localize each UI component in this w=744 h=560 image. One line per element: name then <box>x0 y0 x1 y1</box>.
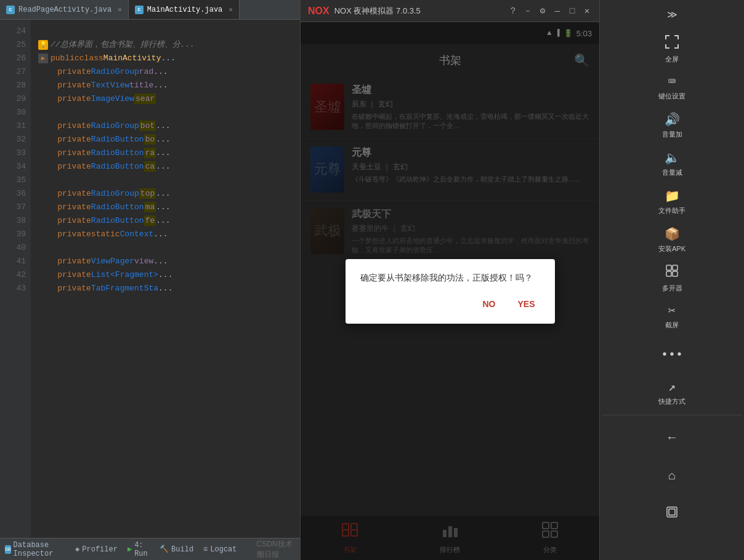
code-area: 24 25 26 27 28 29 30 31 32 33 34 35 36 3… <box>0 20 300 538</box>
bottom-logcat[interactable]: ≡ Logcat <box>203 545 237 554</box>
sidebar-more-button[interactable]: ••• <box>653 336 690 373</box>
bottom-database-inspector[interactable]: DB Database Inspector <box>5 541 65 558</box>
sidebar-expand-button[interactable]: ≫ <box>662 5 682 25</box>
build-icon: 🔨 <box>160 545 169 554</box>
sidebar-install-apk-button[interactable]: 📦 安装APK <box>653 222 690 258</box>
nox-logo: NOX <box>308 6 330 17</box>
fullscreen-icon <box>665 35 679 52</box>
hint-icon: 💡 <box>38 40 48 50</box>
recents-icon <box>666 506 678 522</box>
window-controls: ? － ⚙ — □ ✕ <box>508 6 592 16</box>
sidebar-file-assistant-button[interactable]: 📁 文件助手 <box>653 183 690 220</box>
code-line-32: private RadioButton bo... <box>38 133 293 146</box>
multi-open-label: 多开器 <box>662 284 682 293</box>
svg-rect-14 <box>673 271 677 276</box>
dialog-box: 确定要从书架移除我的功法，正版授权！吗？ NO YES <box>346 259 555 324</box>
tab-read-page[interactable]: C ReadPageActivity.java ✕ <box>0 0 129 19</box>
file-assistant-icon: 📁 <box>665 188 680 204</box>
minimize-window-button[interactable]: — <box>552 6 562 16</box>
code-line-40 <box>38 241 293 255</box>
svg-rect-11 <box>666 265 671 270</box>
profiler-label: Profiler <box>82 545 118 554</box>
keymapping-label: 键位设置 <box>658 92 685 101</box>
emulator-title: NOX 夜神模拟器 7.0.3.5 <box>334 6 421 17</box>
screenshot-icon: ✂ <box>668 303 676 318</box>
sidebar-divider <box>602 415 742 415</box>
code-line-37: private RadioButton ma... <box>38 201 293 214</box>
more-icon: ••• <box>661 348 683 362</box>
bottom-profiler[interactable]: ◈ Profiler <box>75 545 118 554</box>
multi-open-icon <box>665 264 679 281</box>
tabs-bar: C ReadPageActivity.java ✕ C MainActivity… <box>0 0 300 20</box>
svg-rect-13 <box>666 271 671 276</box>
database-inspector-label: Database Inspector <box>14 541 65 558</box>
tab-icon-main: C <box>135 6 144 14</box>
tab-close-main[interactable]: ✕ <box>228 6 233 14</box>
dialog-no-button[interactable]: NO <box>477 297 500 311</box>
code-line-35 <box>38 174 293 187</box>
sidebar-home-button[interactable]: ⌂ <box>653 457 690 494</box>
sidebar-screenshot-button[interactable]: ✂ 截屏 <box>653 298 690 335</box>
install-apk-label: 安装APK <box>658 244 685 254</box>
volume-down-icon: 🔈 <box>665 150 680 166</box>
sidebar-back-button[interactable]: ← <box>653 419 690 456</box>
home-icon: ⌂ <box>668 469 676 483</box>
settings-button[interactable]: ⚙ <box>538 6 548 16</box>
arrow-icon <box>38 54 48 63</box>
tab-close-read[interactable]: ✕ <box>118 6 122 14</box>
code-line-25: 💡 //总体界面，包含书架、排行榜、分... <box>38 38 293 52</box>
sidebar-recents-button[interactable] <box>653 495 690 532</box>
sidebar-shortcut-button[interactable]: ↗ 快捷方式 <box>653 374 690 411</box>
sidebar-volume-down-button[interactable]: 🔈 音量减 <box>653 145 690 182</box>
code-line-43: private TabFragmentSta... <box>38 282 293 295</box>
bottom-build[interactable]: 🔨 Build <box>160 545 193 554</box>
volume-down-label: 音量减 <box>662 168 682 177</box>
back-icon: ← <box>668 431 676 445</box>
file-assistant-label: 文件助手 <box>658 206 685 215</box>
sidebar-keymapping-button[interactable]: ⌨ 键位设置 <box>653 69 690 106</box>
code-line-27: private RadioGroup rad... <box>38 65 293 79</box>
volume-up-icon: 🔊 <box>665 112 680 127</box>
ide-panel: C ReadPageActivity.java ✕ C MainActivity… <box>0 0 300 560</box>
maximize-button[interactable]: □ <box>567 6 577 16</box>
code-line-39: private static Context... <box>38 228 293 241</box>
watermark-text: CSDN技术圈日报 <box>257 539 295 560</box>
emulator-panel: NOX NOX 夜神模拟器 7.0.3.5 ? － ⚙ — □ ✕ ▲ ▐ 🔋 … <box>300 0 600 560</box>
sidebar-multi-open-button[interactable]: 多开器 <box>653 260 690 297</box>
bottom-run[interactable]: ▶ 4: Run <box>127 541 150 558</box>
dialog-buttons: NO YES <box>360 297 540 311</box>
fullscreen-label: 全屏 <box>665 55 679 64</box>
sidebar-fullscreen-button[interactable]: 全屏 <box>653 31 690 68</box>
tab-label-main: MainActivity.java <box>147 6 222 14</box>
line-numbers: 24 25 26 27 28 29 30 31 32 33 34 35 36 3… <box>0 20 31 538</box>
code-line-30 <box>38 106 293 119</box>
svg-rect-16 <box>669 509 675 515</box>
screenshot-label: 截屏 <box>665 321 679 330</box>
code-line-34: private RadioButton ca... <box>38 160 293 174</box>
tab-main-activity[interactable]: C MainActivity.java ✕ <box>129 0 240 19</box>
code-line-42: private List<Fragment>... <box>38 268 293 282</box>
ide-bottom-bar: DB Database Inspector ◈ Profiler ▶ 4: Ru… <box>0 538 300 560</box>
shortcut-label: 快捷方式 <box>658 397 685 406</box>
shortcut-icon: ↗ <box>668 379 676 394</box>
minimize-button[interactable]: － <box>523 6 533 16</box>
right-sidebar: ≫ 全屏 ⌨ 键位设置 🔊 音量加 🔈 音量减 📁 文件助手 📦 安装APK <box>600 0 744 560</box>
code-line-29: private ImageView sear <box>38 92 293 106</box>
close-button[interactable]: ✕ <box>582 6 592 16</box>
help-button[interactable]: ? <box>508 6 518 16</box>
dialog-message: 确定要从书架移除我的功法，正版授权！吗？ <box>360 271 540 284</box>
emulator-title-area: NOX NOX 夜神模拟器 7.0.3.5 <box>308 6 421 17</box>
run-icon: ▶ <box>127 545 132 554</box>
dialog-yes-button[interactable]: YES <box>512 297 540 311</box>
code-content: 💡 //总体界面，包含书架、排行榜、分... public class Main… <box>31 20 300 538</box>
keymapping-icon: ⌨ <box>668 74 676 89</box>
run-label: 4: Run <box>134 541 150 558</box>
database-icon: DB <box>5 545 11 554</box>
logcat-label: Logcat <box>210 545 237 554</box>
sidebar-volume-up-button[interactable]: 🔊 音量加 <box>653 107 690 144</box>
dialog-overlay: 确定要从书架移除我的功法，正版授权！吗？ NO YES <box>301 22 599 560</box>
tab-icon-read: C <box>6 6 15 14</box>
svg-rect-12 <box>673 265 677 270</box>
code-line-24 <box>38 25 293 38</box>
code-line-31: private RadioGroup bot... <box>38 119 293 133</box>
